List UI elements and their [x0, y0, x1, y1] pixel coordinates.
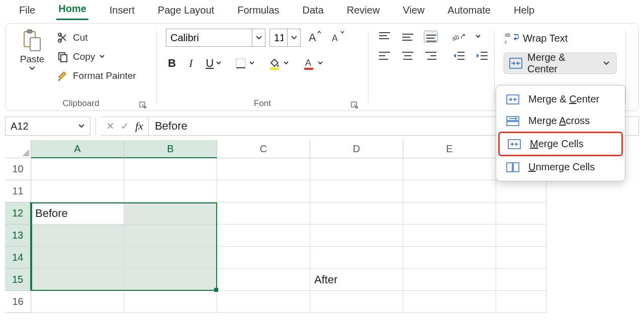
menu-merge-across[interactable]: Merge Across	[498, 110, 623, 132]
cell[interactable]	[496, 180, 546, 202]
tab-insert[interactable]: Insert	[108, 5, 137, 20]
name-box[interactable]: A12	[5, 117, 90, 136]
font-color-button[interactable]: A	[300, 56, 325, 71]
cell[interactable]	[124, 202, 217, 225]
row-header[interactable]: 11	[5, 180, 31, 202]
cell[interactable]	[217, 247, 310, 269]
cell[interactable]	[403, 291, 496, 313]
font-size-combo[interactable]	[269, 29, 301, 47]
cell[interactable]	[217, 269, 310, 291]
tab-view[interactable]: View	[401, 5, 426, 20]
bold-button[interactable]: B	[166, 56, 178, 71]
copy-button[interactable]: Copy	[56, 50, 137, 64]
menu-merge-cells[interactable]: Merge Cells	[498, 132, 623, 156]
cell[interactable]	[496, 291, 546, 313]
column-header[interactable]: E	[403, 140, 496, 158]
chevron-down-icon[interactable]	[475, 34, 481, 39]
paste-button[interactable]: Paste	[15, 29, 50, 71]
align-top-button[interactable]	[378, 31, 392, 43]
cell[interactable]	[496, 202, 546, 225]
tab-file[interactable]: File	[17, 5, 37, 20]
cell[interactable]: After	[310, 269, 403, 291]
decrease-font-size-button[interactable]: A	[328, 29, 347, 46]
cell[interactable]	[124, 247, 217, 269]
cell[interactable]	[217, 202, 310, 225]
cell[interactable]	[310, 202, 403, 225]
cell[interactable]	[31, 269, 124, 291]
cell[interactable]	[403, 247, 496, 269]
tab-help[interactable]: Help	[512, 5, 536, 20]
merge-center-button[interactable]: Merge & Center	[504, 53, 616, 74]
orientation-button[interactable]: ab	[452, 31, 466, 43]
dialog-launcher-icon[interactable]	[139, 101, 147, 110]
tab-data[interactable]: Data	[301, 5, 326, 20]
align-middle-button[interactable]	[401, 31, 415, 43]
row-header[interactable]: 12	[5, 202, 31, 225]
cell[interactable]	[31, 225, 124, 247]
cell[interactable]	[124, 291, 217, 313]
cell[interactable]	[31, 247, 124, 269]
align-bottom-button[interactable]	[424, 31, 438, 43]
cell[interactable]	[403, 180, 496, 202]
format-painter-button[interactable]: Format Painter	[56, 69, 137, 83]
menu-unmerge-cells[interactable]: Unmerge Cells	[498, 156, 623, 178]
select-all-corner[interactable]	[5, 140, 31, 158]
underline-button[interactable]: U	[204, 56, 224, 71]
tab-page-layout[interactable]: Page Layout	[156, 5, 216, 20]
cell[interactable]	[403, 158, 496, 180]
chevron-down-icon[interactable]	[29, 66, 36, 71]
cell[interactable]	[124, 269, 217, 291]
row-header[interactable]: 14	[5, 247, 31, 269]
cell[interactable]	[310, 158, 403, 180]
cell[interactable]	[310, 225, 403, 247]
cell[interactable]	[496, 225, 546, 247]
cut-button[interactable]: Cut	[56, 31, 137, 45]
cell[interactable]	[31, 180, 124, 202]
cell[interactable]	[310, 247, 403, 269]
row-header[interactable]: 10	[5, 158, 31, 180]
cell[interactable]	[217, 225, 310, 247]
tab-review[interactable]: Review	[345, 5, 382, 20]
cell[interactable]	[496, 247, 546, 269]
cell[interactable]	[31, 158, 124, 180]
fx-icon[interactable]: fx	[135, 120, 143, 133]
cell[interactable]	[403, 269, 496, 291]
decrease-indent-button[interactable]	[452, 50, 466, 62]
cell[interactable]	[124, 180, 217, 202]
menu-merge-center[interactable]: Merge & Center	[498, 88, 623, 110]
cell[interactable]	[310, 291, 403, 313]
tab-automate[interactable]: Automate	[445, 5, 493, 20]
chevron-down-icon[interactable]	[287, 29, 300, 46]
chevron-down-icon[interactable]	[99, 54, 105, 59]
cell[interactable]	[496, 269, 546, 291]
cancel-icon[interactable]: ✕	[106, 120, 115, 132]
fill-color-button[interactable]	[266, 56, 291, 71]
row-header[interactable]: 16	[5, 291, 31, 313]
cell[interactable]	[310, 180, 403, 202]
column-header[interactable]: C	[217, 140, 310, 158]
increase-indent-button[interactable]	[475, 50, 489, 62]
font-name-combo[interactable]	[166, 29, 265, 47]
increase-font-size-button[interactable]: A	[305, 29, 324, 46]
font-size-input[interactable]	[270, 29, 287, 46]
cell[interactable]	[31, 291, 124, 313]
chevron-down-icon[interactable]	[603, 61, 610, 66]
font-name-input[interactable]	[166, 29, 252, 46]
italic-button[interactable]: I	[187, 56, 195, 71]
tab-home[interactable]: Home	[56, 3, 88, 20]
column-header[interactable]: D	[310, 140, 403, 158]
cell[interactable]	[217, 158, 310, 180]
align-right-button[interactable]	[424, 50, 438, 62]
tab-formulas[interactable]: Formulas	[235, 5, 281, 20]
column-header[interactable]: B	[124, 140, 217, 158]
column-header[interactable]: A	[31, 140, 124, 158]
cell[interactable]	[403, 202, 496, 225]
chevron-down-icon[interactable]	[78, 124, 85, 129]
row-header[interactable]: 15	[5, 269, 31, 291]
chevron-down-icon[interactable]	[252, 29, 265, 46]
borders-button[interactable]	[233, 56, 257, 70]
dialog-launcher-icon[interactable]	[351, 101, 359, 110]
align-left-button[interactable]	[378, 50, 392, 62]
wrap-text-button[interactable]: abc Wrap Text	[504, 31, 616, 46]
cell[interactable]	[217, 180, 310, 202]
